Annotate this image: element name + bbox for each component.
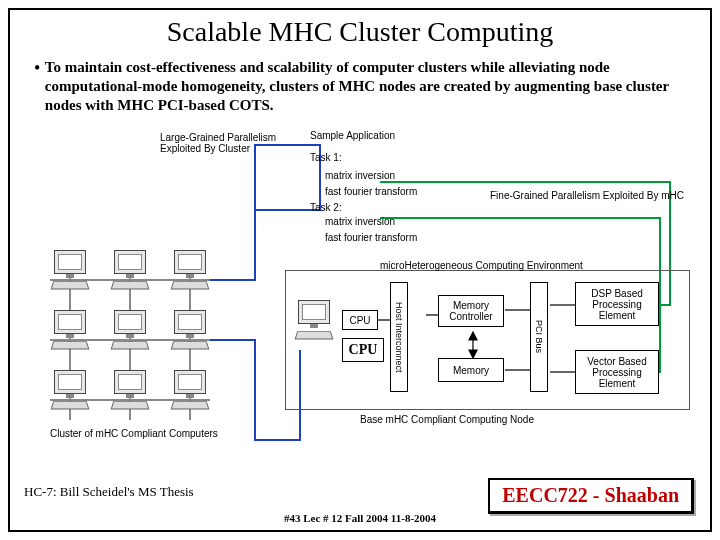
pc-icon	[48, 310, 92, 354]
pc-icon	[48, 250, 92, 294]
label-large-grained: Large-Grained Parallelism Exploited By C…	[160, 132, 300, 154]
slide-title: Scalable MHC Cluster Computing	[10, 16, 710, 48]
pc-icon	[292, 300, 336, 344]
pc-icon	[168, 310, 212, 354]
mem-ctrl-box: Memory Controller	[438, 295, 504, 327]
label-task2: Task 2:	[310, 202, 342, 213]
diagram-area: Large-Grained Parallelism Exploited By C…	[30, 140, 690, 470]
label-matrix-inv2: matrix inversion	[325, 216, 395, 227]
label-mhc-env: microHeterogeneous Computing Environment	[380, 260, 583, 271]
footer-course-badge: EECC722 - Shaaban	[488, 478, 694, 514]
label-fine-grained: Fine-Grained Parallelism Exploited By mH…	[490, 190, 684, 201]
label-sample-app: Sample Application	[310, 130, 395, 141]
pc-icon	[108, 250, 152, 294]
memory-box: Memory	[438, 358, 504, 382]
bullet-text: To maintain cost-effectiveness and scala…	[45, 58, 686, 114]
label-cluster-caption: Cluster of mHC Compliant Computers	[50, 428, 218, 439]
pc-icon	[168, 250, 212, 294]
pci-bus-box: PCI Bus	[530, 282, 548, 392]
slide-frame: Scalable MHC Cluster Computing • To main…	[8, 8, 712, 532]
footer-source: HC-7: Bill Scheidel's MS Thesis	[24, 484, 194, 500]
label-fft2: fast fourier transform	[325, 232, 417, 243]
pc-icon	[108, 310, 152, 354]
pc-icon	[168, 370, 212, 414]
cpu-small-box: CPU	[342, 310, 378, 330]
pc-icon	[48, 370, 92, 414]
label-task1: Task 1:	[310, 152, 342, 163]
bullet-marker: •	[34, 58, 45, 114]
bullet-row: • To maintain cost-effectiveness and sca…	[34, 58, 686, 114]
vector-box: Vector Based Processing Element	[575, 350, 659, 394]
cpu-big-box: CPU	[342, 338, 384, 362]
label-matrix-inv: matrix inversion	[325, 170, 395, 181]
label-fft: fast fourier transform	[325, 186, 417, 197]
dsp-box: DSP Based Processing Element	[575, 282, 659, 326]
host-interconnect-box: Host Interconnect	[390, 282, 408, 392]
label-base-node: Base mHC Compliant Computing Node	[360, 414, 534, 425]
pc-icon	[108, 370, 152, 414]
